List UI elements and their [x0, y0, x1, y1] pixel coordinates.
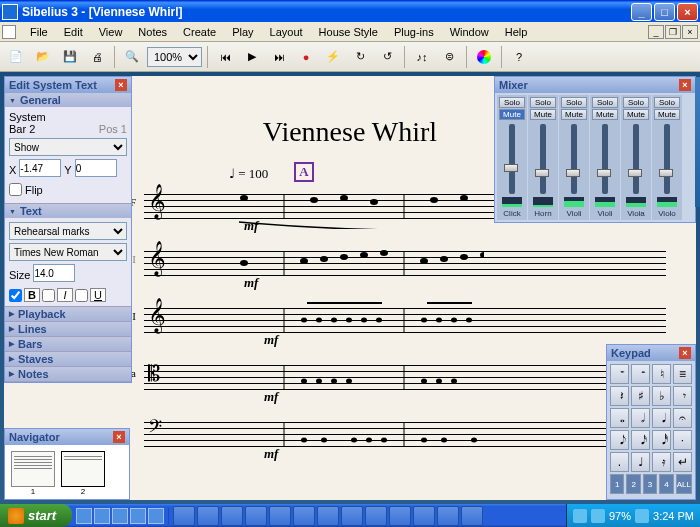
panel-close-button[interactable]: × — [113, 431, 125, 443]
underline-checkbox[interactable] — [75, 289, 88, 302]
fader-thumb[interactable] — [659, 169, 673, 177]
keypad-button[interactable]: 𝅘𝅥𝅮 — [610, 430, 629, 450]
maximize-button[interactable]: □ — [654, 3, 675, 21]
mute-button[interactable]: Mute — [499, 109, 525, 120]
menu-house-style[interactable]: House Style — [311, 24, 386, 40]
help-button[interactable]: ? — [507, 45, 531, 69]
doc-close-button[interactable]: × — [682, 25, 698, 39]
panel-title-bar[interactable]: Mixer × — [495, 77, 695, 93]
minimize-button[interactable]: _ — [631, 3, 652, 21]
keypad-button[interactable]: ♮ — [652, 364, 671, 384]
taskbar-item[interactable] — [317, 506, 339, 526]
section-header[interactable]: General — [5, 93, 131, 107]
solo-button[interactable]: Solo — [623, 97, 649, 108]
keypad-panel[interactable]: Keypad × 𝄻𝄼♮≡𝄽♯♭𝄾𝅝𝅗𝅥𝅘𝅥𝄐𝅘𝅥𝅮𝅘𝅥𝅯𝅘𝅥𝅰·.♩𝄿↵123… — [606, 344, 696, 500]
fader-track[interactable] — [633, 124, 639, 194]
tray-icon[interactable] — [573, 509, 587, 523]
solo-button[interactable]: Solo — [561, 97, 587, 108]
size-input[interactable] — [33, 264, 75, 282]
keypad-button[interactable]: ↵ — [673, 452, 692, 472]
quick-launch-item[interactable] — [94, 508, 110, 524]
transpose-button[interactable]: ♪↕ — [410, 45, 434, 69]
repeat-button[interactable]: ↺ — [375, 45, 399, 69]
live-playback-button[interactable]: ↻ — [348, 45, 372, 69]
taskbar-item[interactable] — [365, 506, 387, 526]
zoom-select[interactable]: 100% — [147, 47, 202, 67]
fader-track[interactable] — [602, 124, 608, 194]
color-button[interactable] — [472, 45, 496, 69]
menu-play[interactable]: Play — [224, 24, 261, 40]
panel-close-button[interactable]: × — [679, 79, 691, 91]
menu-window[interactable]: Window — [442, 24, 497, 40]
menu-create[interactable]: Create — [175, 24, 224, 40]
flexi-time-button[interactable]: ⚡ — [321, 45, 345, 69]
menu-file[interactable]: File — [22, 24, 56, 40]
quick-launch-item[interactable] — [148, 508, 164, 524]
font-select[interactable]: Times New Roman — [9, 243, 127, 261]
keypad-button[interactable]: ♭ — [652, 386, 671, 406]
keypad-button[interactable]: ♯ — [631, 386, 650, 406]
menu-help[interactable]: Help — [497, 24, 536, 40]
keypad-button[interactable]: ♩ — [631, 452, 650, 472]
fader-track[interactable] — [571, 124, 577, 194]
taskbar-item[interactable] — [461, 506, 483, 526]
quick-launch-item[interactable] — [112, 508, 128, 524]
mute-button[interactable]: Mute — [623, 109, 649, 120]
tray-icon[interactable] — [635, 509, 649, 523]
mute-button[interactable]: Mute — [654, 109, 680, 120]
menu-layout[interactable]: Layout — [262, 24, 311, 40]
fader-track[interactable] — [664, 124, 670, 194]
staff-cello[interactable]: 𝄢 mf ˙˙˙˙˙ — [144, 412, 666, 457]
taskbar-item[interactable] — [389, 506, 411, 526]
keypad-button[interactable]: ≡ — [673, 364, 692, 384]
keypad-button[interactable]: 𝄽 — [610, 386, 629, 406]
panel-title-bar[interactable]: Navigator × — [5, 429, 129, 445]
save-button[interactable]: 💾 — [58, 45, 82, 69]
taskbar-item[interactable] — [341, 506, 363, 526]
taskbar-item[interactable] — [437, 506, 459, 526]
mute-button[interactable]: Mute — [561, 109, 587, 120]
keypad-button[interactable]: 𝄾 — [673, 386, 692, 406]
solo-button[interactable]: Solo — [530, 97, 556, 108]
menu-notes[interactable]: Notes — [130, 24, 175, 40]
start-button[interactable]: start — [0, 504, 72, 527]
play-button[interactable]: ▶ — [240, 45, 264, 69]
taskbar-item[interactable] — [173, 506, 195, 526]
x-input[interactable] — [19, 159, 61, 177]
keypad-button[interactable]: 𝅗𝅥 — [631, 408, 650, 428]
keypad-tab[interactable]: 3 — [643, 474, 657, 494]
fader-thumb[interactable] — [597, 169, 611, 177]
keypad-button[interactable]: 𝅘𝅥𝅰 — [652, 430, 671, 450]
navigator-page[interactable]: 1 — [11, 451, 55, 487]
fader-track[interactable] — [509, 124, 515, 194]
taskbar-item[interactable] — [197, 506, 219, 526]
tray-icon[interactable] — [591, 509, 605, 523]
taskbar-item[interactable] — [269, 506, 291, 526]
panel-close-button[interactable]: × — [679, 347, 691, 359]
close-button[interactable]: × — [677, 3, 698, 21]
bold-checkbox[interactable] — [9, 289, 22, 302]
record-button[interactable]: ● — [294, 45, 318, 69]
menu-plugins[interactable]: Plug-ins — [386, 24, 442, 40]
quick-launch-item[interactable] — [130, 508, 146, 524]
staff-violin-1[interactable]: I 𝄞 mf — [144, 241, 666, 286]
mute-button[interactable]: Mute — [592, 109, 618, 120]
menu-edit[interactable]: Edit — [56, 24, 91, 40]
section-header[interactable]: Bars — [5, 337, 131, 351]
navigator-panel[interactable]: Navigator × 1 2 — [4, 428, 130, 500]
show-select[interactable]: Show — [9, 138, 127, 156]
toggle-button[interactable]: ⊜ — [437, 45, 461, 69]
solo-button[interactable]: Solo — [499, 97, 525, 108]
text-style-select[interactable]: Rehearsal marks — [9, 222, 127, 240]
staff-viola[interactable]: Viola 𝄡 mf — [144, 355, 666, 400]
doc-restore-button[interactable]: ❐ — [665, 25, 681, 39]
flip-checkbox[interactable] — [9, 183, 22, 196]
keypad-button[interactable]: · — [673, 430, 692, 450]
fader-thumb[interactable] — [535, 169, 549, 177]
keypad-button[interactable]: 𝅘𝅥𝅯 — [631, 430, 650, 450]
print-button[interactable]: 🖨 — [85, 45, 109, 69]
y-input[interactable] — [75, 159, 117, 177]
fader-thumb[interactable] — [628, 169, 642, 177]
kontakt-sidebar[interactable]: KONTAKT — [695, 77, 700, 207]
section-header[interactable]: Notes — [5, 367, 131, 381]
